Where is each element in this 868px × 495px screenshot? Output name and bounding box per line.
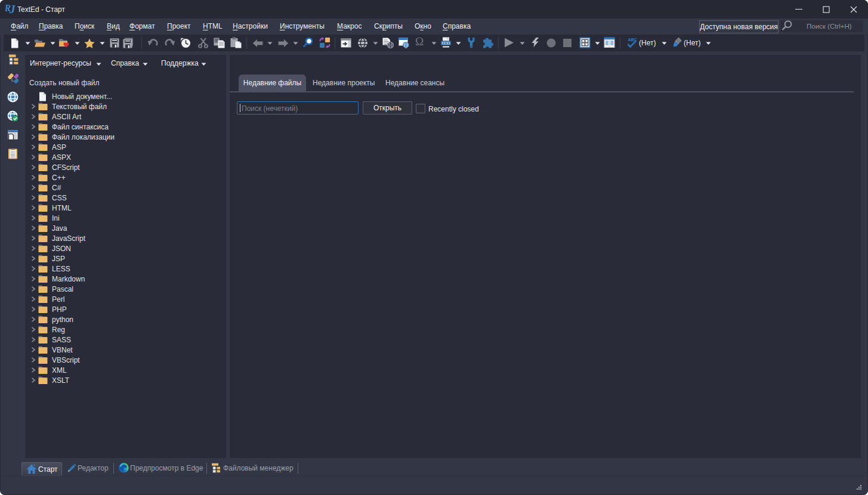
svg-text:J: J — [9, 3, 16, 16]
